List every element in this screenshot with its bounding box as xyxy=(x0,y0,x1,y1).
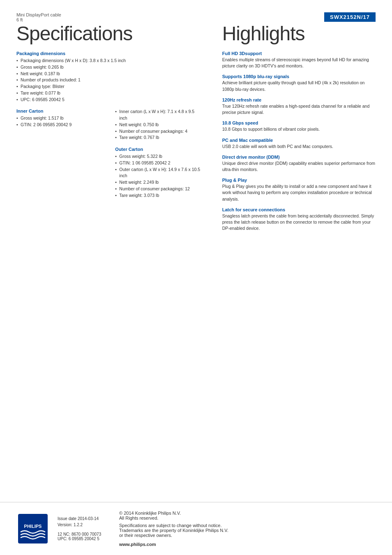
highlight-title: PC and Mac compatible xyxy=(222,138,376,143)
list-item: UPC: 6 09585 20042 5 xyxy=(16,97,202,103)
highlight-desc: 10.8 Gbps to support billions of vibrant… xyxy=(222,126,376,132)
issue-date-value: 2014-03-14 xyxy=(78,516,99,521)
footer-copyright: © 2014 Koninklijke Philips N.V. All Righ… xyxy=(119,511,228,520)
list-item: Outer carton (L x W x H): 14.9 x 7.6 x 1… xyxy=(115,166,201,180)
list-item: Packaging type: Blister xyxy=(16,83,202,90)
product-line: Mini DisplayPort cable xyxy=(16,12,61,17)
highlight-item: PC and Mac compatibleUSB 2.0 cable will … xyxy=(222,138,376,150)
specifications-column: Specifications Packaging dimensions Pack… xyxy=(16,24,214,237)
highlight-title: Direct drive monitor (DDM) xyxy=(222,155,376,160)
highlight-item: Supports 1080p blu-ray signalsAchieve br… xyxy=(222,74,376,92)
highlight-desc: Plug & Play gives you the ability to ins… xyxy=(222,183,376,202)
highlight-item: Full HD 3DsupportEnables multiple stream… xyxy=(222,51,376,69)
outer-carton-list: Gross weight: 5.322 lbGTIN: 1 06 09585 2… xyxy=(115,153,201,199)
footer-website: www.philips.com xyxy=(119,542,228,547)
list-item: Gross weight: 5.322 lb xyxy=(115,153,201,160)
highlight-title: 10.8 Gbps speed xyxy=(222,120,376,125)
svg-text:PHILIPS: PHILIPS xyxy=(24,524,42,529)
philips-logo: PHILIPS xyxy=(16,512,49,545)
highlight-item: Plug & PlayPlug & Play gives you the abi… xyxy=(222,178,376,202)
footer-meta: Issue date 2014-03-14 Version: 1.2.2 12 … xyxy=(58,516,111,541)
highlight-item: 10.8 Gbps speed10.8 Gbps to support bill… xyxy=(222,120,376,132)
inner-carton-title: Inner Carton xyxy=(16,109,103,113)
list-item: Tare weight: 3.073 lb xyxy=(115,192,201,199)
highlight-desc: Snagless latch prevents the cable from b… xyxy=(222,213,376,232)
packaging-dimensions-title: Packaging dimensions xyxy=(16,51,202,56)
list-item: GTIN: 1 06 09585 20042 2 xyxy=(115,160,201,166)
footer: PHILIPS Issue date 2014-03-14 Version: 1… xyxy=(0,502,392,555)
list-item: Tare weight: 0.077 lb xyxy=(16,90,202,97)
highlight-desc: Achieve brilliant picture quality throug… xyxy=(222,80,376,92)
inner-carton-list: Gross weight: 1.517 lbGTIN: 2 06 09585 2… xyxy=(16,115,103,128)
list-item: Nett weight: 0.187 lb xyxy=(16,71,202,77)
version-label: Version: xyxy=(58,523,74,527)
list-item: Gross weight: 0.265 lb xyxy=(16,64,202,71)
highlight-item: 120Hz refresh rateTrue 120Hz refresh rat… xyxy=(222,97,376,116)
highlights-heading: Highlights xyxy=(222,24,376,44)
list-item: Nett weight: 2.249 lb xyxy=(115,179,201,186)
issue-date: Issue date 2014-03-14 xyxy=(58,516,111,521)
inner-carton-section: Inner Carton Gross weight: 1.517 lbGTIN:… xyxy=(16,109,103,128)
nc-upc: 12 NC: 8670 000 70073 UPC: 6 09585 20042… xyxy=(58,532,111,541)
packaging-dimensions-section: Packaging dimensions Packaging dimension… xyxy=(16,51,202,103)
right-col1-section: Inner carton (L x W x H): 7.1 x 4.8 x 9.… xyxy=(115,109,201,141)
list-item: Nett weight: 0.750 lb xyxy=(115,122,201,128)
version-value: 1.2.2 xyxy=(74,523,83,527)
outer-carton-title: Outer Carton xyxy=(115,147,201,152)
list-item: Number of consumer packagings: 12 xyxy=(115,186,201,192)
highlights-container: Full HD 3DsupportEnables multiple stream… xyxy=(222,51,376,232)
product-size: 6 ft xyxy=(16,17,61,22)
packaging-dimensions-list: Packaging dimensions (W x H x D): 3.8 x … xyxy=(16,58,202,103)
highlights-column: Highlights Full HD 3DsupportEnables mult… xyxy=(214,24,376,237)
list-item: Number of products included: 1 xyxy=(16,77,202,83)
highlight-title: Plug & Play xyxy=(222,178,376,183)
list-item: GTIN: 2 06 09585 20042 9 xyxy=(16,122,103,128)
highlight-desc: True 120Hz refresh rate enables a high-s… xyxy=(222,103,376,116)
model-badge: SWX2152N/17 xyxy=(324,12,376,22)
highlight-desc: Unique direct drive monitor (DDM) capabi… xyxy=(222,160,376,173)
list-item: Inner carton (L x W x H): 7.1 x 4.8 x 9.… xyxy=(115,109,201,122)
list-item: Tare weight: 0.767 lb xyxy=(115,134,201,141)
highlight-desc: Enables multiple streams of stereoscopic… xyxy=(222,57,376,69)
highlight-title: Supports 1080p blu-ray signals xyxy=(222,74,376,79)
footer-legal: Specifications are subject to change wit… xyxy=(119,523,228,538)
list-item: Gross weight: 1.517 lb xyxy=(16,115,103,122)
highlight-item: Latch for secure connectionsSnagless lat… xyxy=(222,207,376,232)
footer-right: © 2014 Koninklijke Philips N.V. All Righ… xyxy=(119,511,228,547)
list-item: Number of consumer packagings: 4 xyxy=(115,128,201,135)
right-col1-list: Inner carton (L x W x H): 7.1 x 4.8 x 9.… xyxy=(115,109,201,141)
highlight-title: Latch for secure connections xyxy=(222,207,376,212)
highlight-title: Full HD 3Dsupport xyxy=(222,51,376,56)
highlight-desc: USB 2.0 cable will work with both PC and… xyxy=(222,143,376,150)
outer-carton-section: Outer Carton Gross weight: 5.322 lbGTIN:… xyxy=(115,147,201,199)
specifications-heading: Specifications xyxy=(16,24,202,44)
issue-label: Issue date xyxy=(58,516,78,521)
highlight-title: 120Hz refresh rate xyxy=(222,97,376,102)
version: Version: 1.2.2 xyxy=(58,523,111,527)
highlight-item: Direct drive monitor (DDM)Unique direct … xyxy=(222,155,376,173)
list-item: Packaging dimensions (W x H x D): 3.8 x … xyxy=(16,58,202,64)
